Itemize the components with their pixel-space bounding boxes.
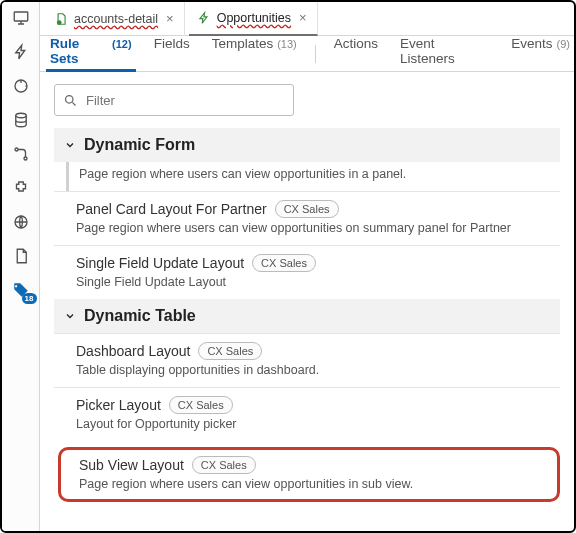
divider <box>315 45 316 63</box>
svg-point-2 <box>15 113 26 118</box>
list-item[interactable]: Panel Card Layout For Partner CX Sales P… <box>54 191 560 245</box>
svg-point-4 <box>24 157 27 160</box>
subtab-label: Rule Sets <box>50 36 108 66</box>
chip: CX Sales <box>252 254 316 272</box>
chevron-down-icon <box>64 139 76 151</box>
list-item[interactable]: Dashboard Layout CX Sales Table displayi… <box>54 333 560 387</box>
section-dynamic-table[interactable]: Dynamic Table <box>54 299 560 333</box>
file-icon <box>54 12 68 26</box>
list-item[interactable]: Picker Layout CX Sales Layout for Opport… <box>54 387 560 441</box>
bolt-icon[interactable] <box>11 42 31 62</box>
list-item[interactable]: Single Field Update Layout CX Sales Sing… <box>54 245 560 299</box>
file-tab-bar: accounts-detail × Opportunities × <box>40 2 574 36</box>
svg-point-3 <box>15 148 18 151</box>
item-desc: Single Field Update Layout <box>76 275 556 289</box>
chip: CX Sales <box>169 396 233 414</box>
filter-box[interactable] <box>54 84 294 116</box>
search-icon <box>63 93 78 108</box>
section-dynamic-form[interactable]: Dynamic Form <box>54 128 560 162</box>
extension-icon[interactable] <box>11 178 31 198</box>
tab-opportunities[interactable]: Opportunities × <box>189 2 318 36</box>
svg-point-6 <box>57 20 62 25</box>
chip: CX Sales <box>192 456 256 474</box>
filter-input[interactable] <box>84 92 285 109</box>
svg-rect-0 <box>14 12 28 21</box>
item-desc: Layout for Opportunity picker <box>76 417 556 431</box>
subtab-event-listeners[interactable]: Event Listeners <box>396 36 493 72</box>
document-icon[interactable] <box>11 246 31 266</box>
subtab-label: Actions <box>334 36 378 51</box>
subtab-label: Events <box>511 36 552 51</box>
subtab-count: (12) <box>112 38 132 50</box>
chip: CX Sales <box>198 342 262 360</box>
subtab-events[interactable]: Events (9) <box>507 36 574 72</box>
section-title: Dynamic Table <box>84 307 196 325</box>
subtab-label: Event Listeners <box>400 36 489 66</box>
database-icon[interactable] <box>11 110 31 130</box>
target-icon[interactable] <box>11 76 31 96</box>
item-title: Picker Layout <box>76 397 161 413</box>
item-desc: Page region where users can view opportu… <box>79 167 556 181</box>
content-area: Dynamic Form Page region where users can… <box>40 72 574 531</box>
subtab-label: Fields <box>154 36 190 51</box>
subtab-count: (13) <box>277 38 297 50</box>
chip: CX Sales <box>275 200 339 218</box>
item-title: Sub View Layout <box>79 457 184 473</box>
subtab-rule-sets[interactable]: Rule Sets (12) <box>46 36 136 72</box>
section-title: Dynamic Form <box>84 136 195 154</box>
tab-label: accounts-detail <box>74 12 158 26</box>
subtab-fields[interactable]: Fields <box>150 36 194 72</box>
left-sidebar: 18 <box>2 2 40 531</box>
sub-tab-bar: Rule Sets (12) Fields Templates (13) Act… <box>40 36 574 72</box>
tag-icon[interactable]: 18 <box>11 280 31 300</box>
subtab-count: (9) <box>557 38 570 50</box>
tag-badge: 18 <box>22 293 37 304</box>
subtab-templates[interactable]: Templates (13) <box>208 36 301 72</box>
subtab-label: Templates <box>212 36 274 51</box>
close-icon[interactable]: × <box>297 10 309 25</box>
list-item-highlighted[interactable]: Sub View Layout CX Sales Page region whe… <box>58 447 560 502</box>
item-desc: Page region where users can view opportu… <box>76 221 556 235</box>
globe-icon[interactable] <box>11 212 31 232</box>
item-desc: Table displaying opportunities in dashbo… <box>76 363 556 377</box>
monitor-icon[interactable] <box>11 8 31 28</box>
item-desc: Page region where users can view opportu… <box>79 477 549 491</box>
list-item[interactable]: Page region where users can view opportu… <box>66 162 560 191</box>
item-title: Panel Card Layout For Partner <box>76 201 267 217</box>
tab-accounts-detail[interactable]: accounts-detail × <box>46 2 185 36</box>
tab-label: Opportunities <box>217 11 291 25</box>
subtab-actions[interactable]: Actions <box>330 36 382 72</box>
flow-icon[interactable] <box>11 144 31 164</box>
svg-point-7 <box>66 95 74 103</box>
bolt-file-icon <box>197 11 211 25</box>
item-title: Single Field Update Layout <box>76 255 244 271</box>
close-icon[interactable]: × <box>164 11 176 26</box>
chevron-down-icon <box>64 310 76 322</box>
item-title: Dashboard Layout <box>76 343 190 359</box>
